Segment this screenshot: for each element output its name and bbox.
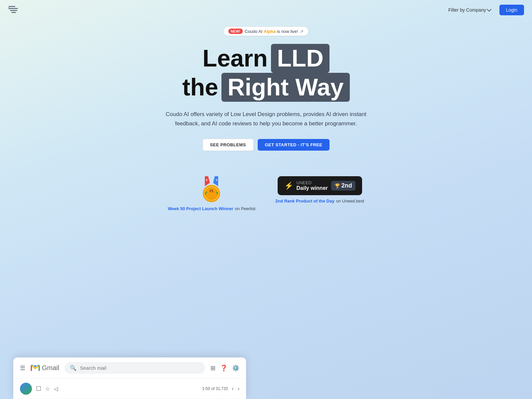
hero-section: NEW! Coudo AI Alpha is now live! ↗ Learn… xyxy=(0,27,532,151)
lld-box: LLD xyxy=(271,44,330,73)
svg-rect-1 xyxy=(9,8,18,9)
uneed-label: 2nd Rank Product of the Day on Uneed.bes… xyxy=(275,199,364,203)
gmail-popup: ☰ Gmail 🔍 ⊞ ❓ ⚙️ xyxy=(13,357,246,399)
uneed-text: UNEED Daily winner xyxy=(297,180,328,191)
uneed-suffix: on Uneed.best xyxy=(336,199,364,203)
svg-rect-3 xyxy=(11,12,16,13)
badge-text: Coudo AI Alpha is now live! xyxy=(245,29,298,34)
badge-arrow-icon: ↗ xyxy=(300,29,304,34)
peerlist-badge-item: #1 ★ ★ Week 50 Project Launch Winner on … xyxy=(168,176,255,211)
svg-rect-0 xyxy=(9,6,15,7)
gmail-app-name-label: Gmail xyxy=(42,364,59,372)
gmail-archive-icon[interactable]: ◁ xyxy=(54,386,58,392)
gmail-star-icon[interactable]: ☆ xyxy=(45,386,50,392)
gmail-header-actions: ⊞ ❓ ⚙️ xyxy=(210,364,239,372)
gmail-row: ☐ ☆ ◁ 1-50 of 31,720 ‹ › xyxy=(13,379,246,399)
see-problems-button[interactable]: SEE PROBLEMS xyxy=(202,139,254,151)
peerlist-suffix: on Peerlist xyxy=(235,206,255,211)
settings-icon[interactable]: ⚙️ xyxy=(232,364,239,372)
lightning-icon: ⚡ xyxy=(284,182,293,190)
help-icon[interactable]: ❓ xyxy=(220,364,227,372)
gmail-checkbox[interactable]: ☐ xyxy=(36,385,41,392)
gmail-pagination: 1-50 of 31,720 xyxy=(202,386,228,391)
uneed-title-label: Daily winner xyxy=(297,185,328,191)
logo xyxy=(8,4,20,16)
uneed-link[interactable]: 2nd Rank Product of the Day xyxy=(275,199,334,203)
peerlist-link[interactable]: Week 50 Project Launch Winner xyxy=(168,206,233,211)
hamburger-icon[interactable]: ☰ xyxy=(20,364,25,372)
hero-title: Learn LLD the Right Way xyxy=(182,44,349,102)
uneed-brand-label: UNEED xyxy=(297,180,328,185)
awards-section: #1 ★ ★ Week 50 Project Launch Winner on … xyxy=(0,176,532,211)
gmail-logo: Gmail xyxy=(31,363,59,373)
gmail-header: ☰ Gmail 🔍 ⊞ ❓ ⚙️ xyxy=(13,357,246,379)
svg-rect-13 xyxy=(39,365,40,371)
the-text: the xyxy=(182,74,218,100)
gmail-prev-arrow[interactable]: ‹ xyxy=(232,386,233,392)
login-button[interactable]: Login xyxy=(499,5,524,15)
announcement-badge[interactable]: NEW! Coudo AI Alpha is now live! ↗ xyxy=(223,27,309,36)
uneed-badge-item: ⚡ UNEED Daily winner 🏆 2nd 2nd Rank Prod… xyxy=(275,176,364,203)
hero-title-line2: the Right Way xyxy=(182,73,349,102)
svg-rect-12 xyxy=(31,365,32,371)
uneed-rank-badge: 🏆 2nd xyxy=(331,181,355,191)
gmail-search-bar[interactable]: 🔍 xyxy=(65,362,205,374)
gmail-search-input[interactable] xyxy=(80,365,200,371)
badge-alpha-label: Alpha xyxy=(264,29,276,34)
right-way-box: Right Way xyxy=(221,73,349,102)
filter-company-label: Filter by Company xyxy=(448,7,486,13)
learn-text: Learn xyxy=(202,45,268,71)
gmail-next-arrow[interactable]: › xyxy=(238,386,239,392)
badge-new-label: NEW! xyxy=(228,29,243,34)
tune-icon[interactable]: ⊞ xyxy=(210,364,215,372)
peerlist-label: Week 50 Project Launch Winner on Peerlis… xyxy=(168,206,255,211)
svg-text:★: ★ xyxy=(215,179,218,182)
hero-title-line1: Learn LLD xyxy=(182,44,349,73)
uneed-rank-label: 2nd xyxy=(341,182,352,189)
filter-company-button[interactable]: Filter by Company xyxy=(445,5,494,15)
search-icon: 🔍 xyxy=(70,365,76,371)
gmail-avatar xyxy=(20,383,32,395)
nav-right: Filter by Company Login xyxy=(445,5,524,15)
svg-rect-2 xyxy=(10,10,17,11)
chevron-down-icon xyxy=(487,7,491,12)
peerlist-medal-icon: #1 ★ ★ xyxy=(198,176,225,203)
hero-subtitle: Coudo AI offers variety of Low Level Des… xyxy=(163,110,369,128)
uneed-badge: ⚡ UNEED Daily winner 🏆 2nd xyxy=(278,176,362,195)
gmail-m-icon xyxy=(31,363,40,373)
hero-buttons: SEE PROBLEMS GET STARTED - IT'S FREE xyxy=(202,139,330,151)
svg-text:★: ★ xyxy=(205,179,208,182)
get-started-button[interactable]: GET STARTED - IT'S FREE xyxy=(258,139,330,151)
trophy-icon: 🏆 xyxy=(334,183,340,189)
navbar: Filter by Company Login xyxy=(0,0,532,20)
svg-text:#1: #1 xyxy=(209,189,213,193)
logo-icon xyxy=(8,4,20,16)
